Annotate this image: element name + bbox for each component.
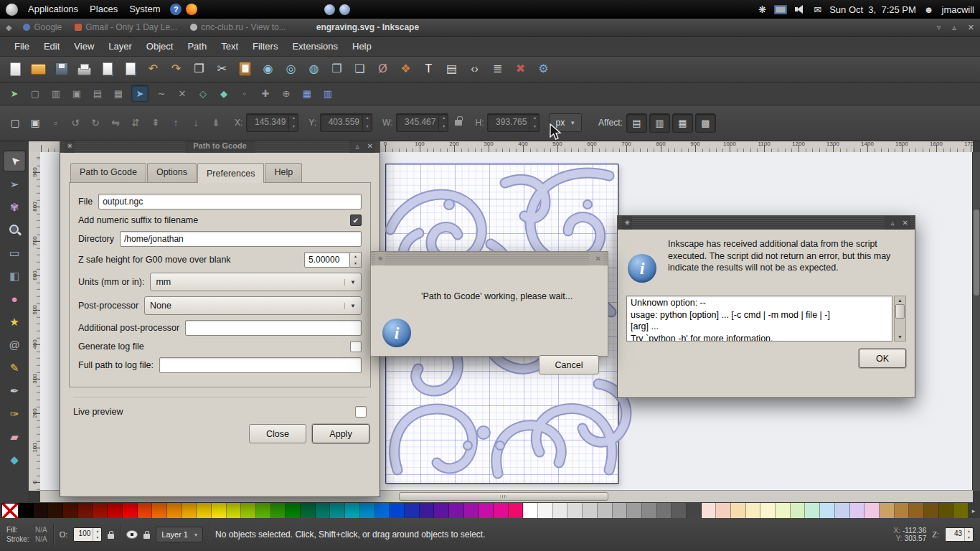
clock[interactable]: Sun Oct 3, 7:25 PM	[829, 4, 916, 15]
affect-gradients-icon[interactable]: ▦	[672, 113, 693, 133]
palette-swatch[interactable]	[746, 503, 761, 519]
palette-swatch[interactable]	[375, 503, 390, 519]
pencil-tool[interactable]: ✎	[4, 357, 25, 377]
rotate-ccw-icon[interactable]: ↺	[67, 114, 84, 131]
snap-bbox-edge-icon[interactable]: ▥	[48, 85, 64, 101]
palette-swatch[interactable]	[301, 503, 316, 519]
palette-swatch[interactable]	[924, 503, 939, 519]
opacity-spinbox[interactable]: 100 ▴▾	[73, 527, 102, 542]
palette-swatch[interactable]	[227, 503, 242, 519]
panel-menu[interactable]: Applications	[22, 0, 84, 19]
dialog-tab[interactable]: Options	[147, 163, 197, 182]
directory-input[interactable]	[120, 231, 362, 247]
deselect-icon[interactable]: ▫	[47, 114, 64, 131]
palette-swatch[interactable]	[78, 503, 93, 519]
select-all-icon[interactable]: ▢	[6, 114, 24, 131]
snap-nodes-icon[interactable]: ➤	[131, 85, 149, 102]
ellipse-tool[interactable]: ●	[4, 288, 25, 309]
fill-stroke-icon[interactable]: ❖	[396, 60, 415, 79]
palette-swatch[interactable]	[167, 503, 182, 519]
lock-ratio-icon[interactable]	[455, 120, 462, 126]
snap-grid-icon[interactable]: ▦	[299, 85, 315, 101]
spiral-tool[interactable]: @	[4, 334, 25, 354]
paste-icon[interactable]	[235, 60, 255, 79]
postprocessor-combobox[interactable]: None ▼	[144, 296, 362, 315]
node-tool[interactable]: ➢	[4, 174, 25, 194]
palette-swatch[interactable]	[880, 503, 895, 519]
volume-icon[interactable]	[795, 5, 806, 14]
numeric-suffix-checkbox[interactable]	[350, 215, 362, 226]
vertical-ruler[interactable]: 9008007006005004003002001000	[29, 152, 41, 491]
x-field[interactable]: 145.349 ▴▾	[246, 113, 298, 132]
z-safe-spinbox[interactable]: ▴▾	[304, 252, 362, 268]
dialog-tab[interactable]: Path to Gcode	[70, 163, 146, 182]
no-color-swatch[interactable]	[1, 503, 19, 519]
duplicate-icon[interactable]: ❐	[327, 60, 347, 79]
close-button[interactable]: ✕	[903, 216, 908, 230]
star-tool[interactable]: ★	[4, 311, 25, 331]
background-window-title[interactable]: Gmail - Only 1 Day Le...	[75, 22, 177, 32]
z-safe-input[interactable]	[304, 252, 350, 268]
snap-path-intersection-icon[interactable]: ✕	[174, 85, 190, 101]
palette-swatch[interactable]	[93, 503, 108, 519]
palette-swatch[interactable]	[702, 503, 717, 519]
snap-rotation-center-icon[interactable]: ⊕	[278, 85, 294, 101]
lock-icon[interactable]	[108, 534, 114, 539]
menu-item[interactable]: View	[67, 38, 101, 55]
raise-to-top-icon[interactable]: ⇞	[147, 114, 164, 131]
layer-visibility-icon[interactable]	[126, 530, 138, 539]
height-field[interactable]: 393.765 ▴▾	[487, 113, 540, 132]
fill-stroke-indicator[interactable]: Fill:N/A Stroke:N/A	[6, 526, 47, 543]
snap-node-cusp-icon[interactable]: ◇	[195, 85, 211, 101]
additional-postprocessor-input[interactable]	[185, 320, 362, 336]
y-field[interactable]: 403.559 ▴▾	[320, 113, 372, 132]
close-button[interactable]: Close	[249, 424, 306, 443]
panel-menu[interactable]: System	[123, 0, 166, 19]
undo-icon[interactable]: ↶	[143, 60, 163, 79]
help-icon[interactable]: ?	[170, 4, 182, 15]
shade-button[interactable]: ▵	[891, 216, 895, 230]
zoom-selection-icon[interactable]: ◉	[258, 60, 278, 79]
snap-bbox-center-icon[interactable]: ▦	[110, 85, 126, 101]
palette-swatch[interactable]	[716, 503, 731, 519]
import-icon[interactable]	[98, 60, 117, 79]
redo-icon[interactable]: ↷	[166, 60, 186, 79]
rectangle-tool[interactable]: ▭	[4, 242, 25, 263]
background-window-title[interactable]: cnc-club.ru - View to...	[190, 22, 286, 32]
palette-swatch[interactable]	[820, 503, 835, 519]
align-dialog-icon[interactable]: ≣	[488, 60, 507, 79]
snap-path-icon[interactable]: ∼	[154, 85, 169, 101]
menu-item[interactable]: Object	[139, 38, 181, 55]
palette-swatch[interactable]	[627, 503, 642, 519]
palette-swatch[interactable]	[123, 503, 138, 519]
user-avatar-icon[interactable]: ☻	[924, 4, 934, 15]
apply-button[interactable]: Apply	[312, 424, 369, 443]
export-icon[interactable]	[121, 60, 140, 79]
palette-swatch[interactable]	[613, 503, 628, 519]
palette-swatch[interactable]	[256, 503, 271, 519]
menu-item[interactable]: Filters	[245, 38, 285, 55]
palette-swatch[interactable]	[687, 503, 702, 519]
eraser-tool[interactable]: ▰	[4, 426, 25, 446]
spin-buttons[interactable]: ▴▾	[964, 528, 973, 541]
palette-swatch[interactable]	[197, 503, 212, 519]
spin-buttons[interactable]: ▴▾	[362, 114, 372, 131]
ok-button[interactable]: OK	[859, 349, 906, 368]
xml-editor-icon[interactable]: ‹›	[465, 60, 484, 79]
preferences-icon[interactable]: ✖	[511, 60, 530, 79]
palette-swatch[interactable]	[212, 503, 227, 519]
mail-icon[interactable]: ✉	[814, 4, 821, 15]
palette-swatch[interactable]	[731, 503, 746, 519]
palette-swatch[interactable]	[939, 503, 954, 519]
palette-swatch[interactable]	[138, 503, 153, 519]
palette-swatch[interactable]	[19, 503, 34, 519]
close-button[interactable]: ✕	[595, 252, 601, 265]
palette-swatch[interactable]	[672, 503, 687, 519]
palette-swatch[interactable]	[642, 503, 657, 519]
user-name[interactable]: jmacwill	[942, 4, 975, 15]
width-field[interactable]: 345.467 ▴▾	[396, 113, 448, 132]
scrollbar-thumb[interactable]	[974, 209, 979, 296]
palette-swatch[interactable]	[553, 503, 568, 519]
palette-swatch[interactable]	[760, 503, 776, 519]
palette-swatch[interactable]	[864, 503, 880, 519]
